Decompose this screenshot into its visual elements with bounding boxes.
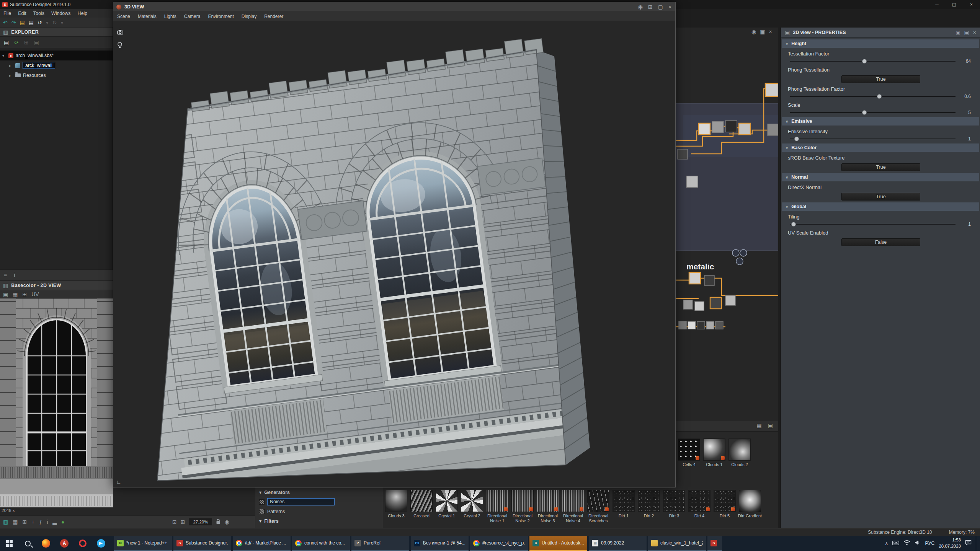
taskbar-button-pureref[interactable]: PPureRef — [351, 536, 409, 551]
tree-item-arch-winwall-sbs[interactable]: ▾sarch_winwall.sbs* — [0, 51, 113, 60]
view3d-menu-materials[interactable]: Materials — [134, 14, 160, 19]
section-header-normal[interactable]: ∨Normal — [782, 173, 979, 181]
view3d-menu-camera[interactable]: Camera — [180, 14, 204, 19]
uv-icon[interactable]: UV — [31, 292, 39, 297]
float-icon[interactable]: ▣ — [760, 29, 765, 34]
taskbar-pinned-telegram[interactable] — [92, 536, 110, 551]
view3d-menu-scene[interactable]: Scene — [113, 14, 134, 19]
section-header-height[interactable]: ∨Height — [782, 39, 979, 48]
chevron-right-icon[interactable]: ▸ — [9, 73, 13, 78]
sync-icon[interactable]: ⟳ — [14, 40, 19, 45]
library-item-dirt-3[interactable]: Dirt 3 — [662, 490, 686, 523]
anchor-icon[interactable]: ◉ — [224, 519, 229, 525]
slider[interactable] — [790, 59, 956, 64]
forward-icon[interactable]: ↷ — [11, 20, 16, 25]
taskbar-button-new-1-notepad[interactable]: N*new 1 - Notepad++ — [114, 536, 172, 551]
menu-file[interactable]: File — [0, 11, 15, 16]
chevron-open-icon[interactable]: ▾ — [2, 54, 6, 58]
view3d-viewport[interactable]: ∟ — [113, 21, 675, 487]
camera-icon[interactable] — [117, 29, 124, 36]
section-header-global[interactable]: ∨Global — [782, 202, 979, 211]
library-item-directional-noise-2[interactable]: Directional Noise 2 — [510, 490, 535, 523]
slider[interactable] — [790, 222, 956, 227]
library-item-dirt-5[interactable]: Dirt 5 — [712, 490, 737, 523]
save-icon[interactable]: ▤ — [4, 40, 9, 45]
taskbar-button-без-имени-1-54[interactable]: PsБез имени-1 @ 54... — [411, 536, 469, 551]
taskbar-pinned-opera[interactable] — [74, 536, 92, 551]
info-panel-icon[interactable]: i — [14, 272, 15, 278]
resize-corner-icon[interactable]: ∟ — [116, 479, 121, 485]
histogram-icon[interactable]: ▃ — [52, 519, 57, 525]
link-icon[interactable]: ▣ — [34, 40, 39, 45]
taskbar-search-button[interactable] — [18, 536, 37, 551]
toggle-button-phong-tessellation[interactable]: True — [841, 75, 920, 83]
view3d-menu-lights[interactable]: Lights — [160, 14, 180, 19]
taskbar-button-clasic-win-1-hotel-2[interactable]: clasic_win_1_hotel_2 — [648, 536, 706, 551]
start-button[interactable] — [0, 536, 18, 551]
taskbar-button-connct-with-the-co[interactable]: connct with the co... — [292, 536, 350, 551]
close-icon[interactable]: × — [769, 29, 772, 34]
menu-edit[interactable]: Edit — [15, 11, 30, 16]
undo-caret-icon[interactable]: ▾ — [46, 20, 49, 25]
library-item-crystal-2[interactable]: Crystal 2 — [460, 490, 484, 523]
taskbar-button-untitled-autodesk[interactable]: 3Untitled - Autodesk... — [529, 536, 587, 551]
view3d-menu-environment[interactable]: Environment — [204, 14, 237, 19]
maximize-button[interactable]: ▢ — [946, 0, 963, 9]
volume-icon[interactable] — [915, 540, 921, 547]
slider-handle[interactable] — [794, 137, 799, 141]
network-icon[interactable] — [903, 540, 910, 547]
view3d-menu-display[interactable]: Display — [238, 14, 260, 19]
layers-icon[interactable]: ▥ — [3, 519, 8, 525]
taskbar-button-substance[interactable]: S — [707, 536, 722, 551]
library-item-directional-noise-4[interactable]: Directional Noise 4 — [561, 490, 585, 523]
category-generators[interactable]: ▾Generators — [255, 487, 383, 497]
library-item-cells-4[interactable]: Cells 4 — [677, 439, 701, 467]
slider-handle[interactable] — [862, 59, 867, 64]
toggle-button-uv-scale-enabled[interactable]: False — [841, 238, 920, 246]
tray-expand-icon[interactable]: ∧ — [885, 541, 889, 546]
library-item-clouds-2[interactable]: Clouds 2 — [727, 439, 752, 467]
toggle-button-srgb-base-color-texture[interactable]: True — [841, 163, 920, 171]
taskbar-pinned-amd[interactable]: A — [55, 536, 74, 551]
close-icon[interactable]: × — [973, 30, 976, 35]
show-desktop-button[interactable] — [976, 536, 978, 551]
category-filters[interactable]: ▾Filters — [255, 516, 383, 526]
pin-icon[interactable]: ◉ — [751, 29, 756, 34]
pin-icon[interactable]: ◉ — [956, 30, 960, 35]
maximize-icon[interactable]: ▢ — [658, 4, 663, 10]
fx-icon[interactable]: ƒ — [39, 519, 42, 525]
grid-icon[interactable]: ⊞ — [22, 519, 27, 525]
graph-editor-panel[interactable]: metalic — [676, 28, 778, 421]
close-icon[interactable]: × — [668, 4, 671, 10]
pin-icon[interactable]: ◉ — [638, 4, 643, 10]
slider[interactable] — [790, 94, 956, 99]
import-icon[interactable]: ⊞ — [24, 40, 29, 45]
library-item-dirt-4[interactable]: Dirt 4 — [687, 490, 712, 523]
float-icon[interactable]: ▣ — [964, 30, 969, 35]
taskbar-button-td-marketplace[interactable]: /td/ - MarketPlace ... — [233, 536, 291, 551]
action-center-icon[interactable] — [965, 540, 972, 547]
slider[interactable] — [790, 110, 956, 115]
list-view-icon[interactable]: ▣ — [768, 423, 773, 428]
library-item-clouds-3[interactable]: Clouds 3 — [384, 490, 408, 523]
checker-icon[interactable]: ▦ — [13, 519, 18, 525]
library-item-creased[interactable]: Creased — [409, 490, 434, 523]
taskbar-button-resource-st-nyc-p[interactable]: #resource_st_nyc_p... — [470, 536, 528, 551]
back-icon[interactable]: ↶ — [3, 20, 8, 25]
channel-icon[interactable]: ▣ — [3, 292, 8, 297]
language-indicator[interactable]: РУС — [925, 541, 934, 546]
tree-item-resources[interactable]: ▸Resources — [0, 70, 113, 80]
touch-keyboard-icon[interactable] — [892, 540, 899, 547]
library-item-dirt-2[interactable]: Dirt 2 — [637, 490, 661, 523]
layout-icon[interactable]: ⊞ — [648, 4, 653, 10]
menu-windows[interactable]: Windows — [48, 11, 74, 16]
category-noises[interactable]: Noises — [255, 497, 383, 507]
toggle-button-directx-normal[interactable]: True — [841, 193, 920, 201]
view3d-menu-renderer[interactable]: Renderer — [260, 14, 287, 19]
menu-help[interactable]: Help — [74, 11, 91, 16]
library-item-clouds-1[interactable]: Clouds 1 — [702, 439, 727, 467]
redo-caret-icon[interactable]: ▾ — [60, 20, 63, 25]
close-button[interactable]: × — [963, 0, 980, 9]
slider[interactable] — [790, 136, 956, 142]
tree-item-arck-winwall[interactable]: ▸arck_winwall — [0, 60, 113, 70]
